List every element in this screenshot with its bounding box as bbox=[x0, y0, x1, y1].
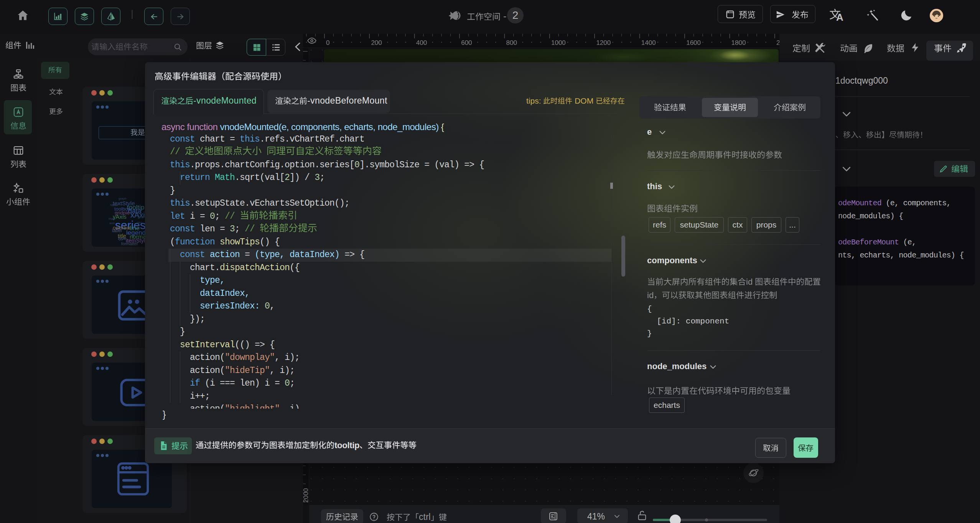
svg-text:1400: 1400 bbox=[641, 39, 656, 46]
svg-text:2000: 2000 bbox=[303, 488, 309, 503]
svg-text:2000: 2000 bbox=[776, 39, 779, 46]
svg-text:1800: 1800 bbox=[731, 39, 746, 46]
svg-text:400: 400 bbox=[416, 39, 427, 46]
svg-text:1200: 1200 bbox=[596, 39, 611, 46]
svg-text:0: 0 bbox=[326, 39, 329, 46]
svg-text:1000: 1000 bbox=[551, 39, 566, 46]
svg-text:600: 600 bbox=[461, 39, 472, 46]
svg-text:1600: 1600 bbox=[686, 39, 701, 46]
svg-text:200: 200 bbox=[371, 39, 382, 46]
svg-text:800: 800 bbox=[506, 39, 517, 46]
